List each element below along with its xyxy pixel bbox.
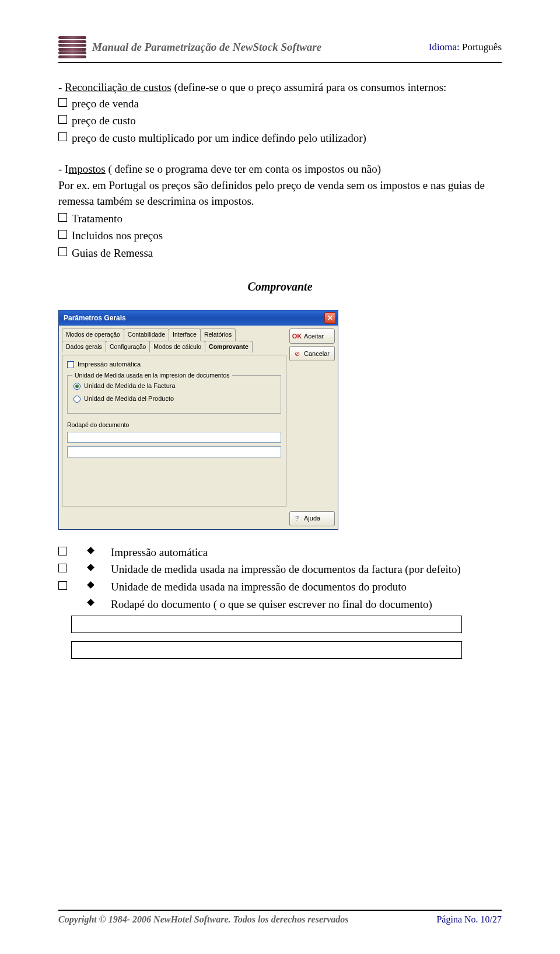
groupbox-unidad-medida: Unidad de Medida usada en la impresion d… [67,375,281,414]
diamond-bullet-icon [87,547,94,554]
tab-modos-operacao[interactable]: Modos de operação [62,329,124,340]
page-number: Página No. 10/27 [436,914,502,925]
checkbox-icon [58,547,67,555]
cancel-icon: ⊘ [292,349,302,358]
rodape-text-box-2 [71,641,462,659]
bullet-rodape: Rodapé do documento ( o que se quiser es… [111,596,502,613]
tab-modos-calculo[interactable]: Modos de cálculo [149,341,205,352]
radio-icon [74,383,80,390]
rodape-text-box-1 [71,616,462,633]
option-guias: Guias de Remessa [72,245,153,261]
rodape-label: Rodapé do documento [67,421,281,429]
option-tratamento: Tratamento [72,211,123,227]
parametros-dialog: Parâmetros Gerais ✕ Modos de operação Co… [58,310,338,529]
tab-dados-gerais[interactable]: Dados gerais [62,341,106,352]
document-body: - Reconciliação de custos (define-se o q… [58,79,502,659]
option-preco-custo: preço de custo [72,113,136,129]
tab-panel-comprovante: Impressão automática Unidad de Medida us… [62,355,286,506]
aceitar-button[interactable]: OK Aceitar [289,329,335,344]
checkbox-impressao-automatica[interactable]: Impressão automática [67,360,281,369]
reconciliacao-intro: - Reconciliação de custos (define-se o q… [58,79,502,96]
bullet-unidade-produto: Unidade de medida usada na impressão de … [111,579,502,595]
checkbox-icon [58,230,67,239]
language-value: Português [462,41,502,53]
ok-icon: OK [292,331,302,341]
copyright-text: Copyright © 1984- 2006 NewHotel Software… [58,914,349,925]
option-preco-indice: preço de custo multiplicado por um indic… [72,130,366,146]
page-footer: Copyright © 1984- 2006 NewHotel Software… [58,910,502,925]
bullet-impressao-automatica: Impressão automática [111,544,502,561]
radio-unidad-factura[interactable]: Unidad de Medida de la Factura [74,382,275,391]
checkbox-icon [58,115,67,124]
doc-title: Manual de Parametrização de NewStock Sof… [92,41,321,54]
close-icon[interactable]: ✕ [324,312,336,324]
impostos-intro: - Impostos ( define se o programa deve t… [58,161,502,177]
page-header: Manual de Parametrização de NewStock Sof… [58,35,502,63]
option-preco-venda: preço de venda [72,96,139,112]
radio-unidad-producto[interactable]: Unidad de Medida del Producto [74,394,275,404]
diamond-bullet-icon [87,581,94,589]
diamond-bullet-icon [87,564,94,572]
checkbox-icon [58,564,67,572]
checkbox-icon [58,132,67,141]
checkbox-icon [67,361,74,368]
bullet-unidade-factura: Unidade de medida usada na impressão de … [111,561,502,578]
language-indicator: Idioma: Português [429,41,502,53]
checkbox-icon [58,98,67,107]
impostos-example: Por ex. em Portugal os preços são defini… [58,179,485,208]
language-label: Idioma: [429,41,460,53]
tab-configuracao[interactable]: Configuração [106,341,150,352]
rodape-input-1[interactable] [67,432,281,443]
radio-icon [74,396,80,403]
diamond-bullet-icon [87,599,94,606]
dialog-title: Parâmetros Gerais [64,313,126,323]
checkbox-icon [58,581,67,590]
tab-interface[interactable]: Interface [169,329,201,340]
dialog-titlebar: Parâmetros Gerais ✕ [59,310,338,326]
logo-icon [58,35,86,60]
checkbox-icon [58,247,67,256]
ajuda-button[interactable]: ? Ajuda [289,511,335,526]
help-icon: ? [292,514,302,523]
section-title-comprovante: Comprovante [58,278,502,295]
tab-relatorios[interactable]: Relatórios [200,329,236,340]
checkbox-icon [58,213,67,222]
tab-comprovante[interactable]: Comprovante [205,341,253,352]
rodape-input-2[interactable] [67,446,281,457]
cancelar-button[interactable]: ⊘ Cancelar [289,346,335,361]
option-incluidos: Incluidos nos preços [72,228,163,244]
tab-contabilidade[interactable]: Contabilidade [124,329,169,340]
groupbox-legend: Unidad de Medida usada en la impresion d… [72,371,232,380]
